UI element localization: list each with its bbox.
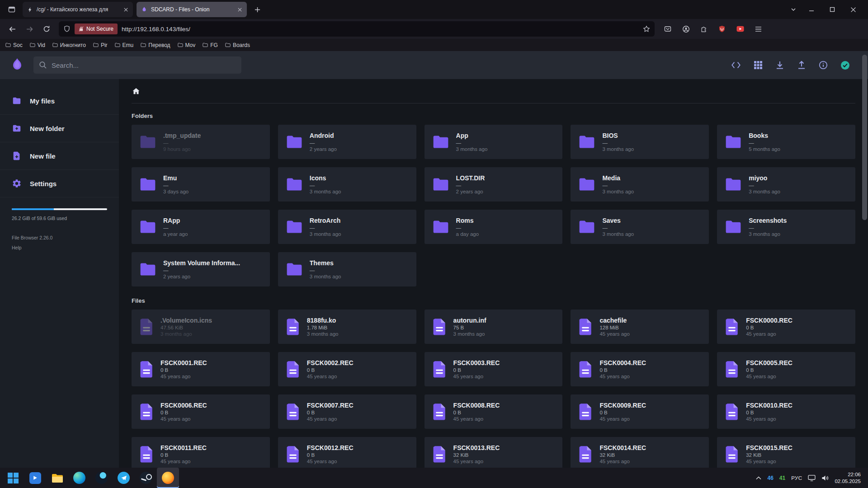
- folder-card[interactable]: .tmp_update — 9 hours ago: [132, 125, 270, 159]
- info-button[interactable]: [819, 61, 828, 70]
- url-text[interactable]: http://192.168.0.143/files/: [122, 26, 639, 33]
- file-card[interactable]: 8188fu.ko 1.78 MiB 3 months ago: [278, 310, 416, 344]
- close-window-button[interactable]: [843, 0, 863, 19]
- reload-button[interactable]: [39, 21, 54, 37]
- folder-card[interactable]: System Volume Informa... — 2 years ago: [132, 252, 270, 286]
- back-button[interactable]: [5, 21, 20, 37]
- taskbar-app-firefox[interactable]: [157, 468, 179, 488]
- menu-button[interactable]: [750, 21, 766, 37]
- code-view-button[interactable]: [731, 61, 741, 69]
- file-card[interactable]: FSCK0000.REC 0 B 45 years ago: [717, 310, 855, 344]
- file-card[interactable]: FSCK0001.REC 0 B 45 years ago: [132, 352, 270, 386]
- page-scrollbar[interactable]: [862, 52, 867, 467]
- upload-button[interactable]: [797, 61, 806, 70]
- bookmark-folder[interactable]: Vid: [30, 41, 45, 50]
- folder-card[interactable]: Emu — 3 days ago: [132, 167, 270, 202]
- folder-card[interactable]: LOST.DIR — 2 years ago: [425, 167, 563, 202]
- file-card[interactable]: .VolumeIcon.icns 47.56 KiB 3 months ago: [132, 310, 270, 344]
- folder-card[interactable]: RetroArch — 3 months ago: [278, 210, 416, 244]
- file-card[interactable]: cachefile 128 MiB 45 years ago: [571, 310, 709, 344]
- taskbar-app-movies-tv[interactable]: [24, 468, 46, 488]
- grid-view-button[interactable]: [754, 61, 763, 70]
- file-card[interactable]: FSCK0002.REC 0 B 45 years ago: [278, 352, 416, 386]
- folder-card[interactable]: App — 3 months ago: [425, 125, 563, 159]
- sidebar-item-my-files[interactable]: My files: [0, 87, 119, 115]
- bookmark-star-icon[interactable]: [643, 25, 650, 33]
- folder-card[interactable]: RApp — a year ago: [132, 210, 270, 244]
- firefox-view-button[interactable]: [5, 2, 19, 17]
- url-bar[interactable]: Not Secure http://192.168.0.143/files/: [59, 21, 655, 37]
- file-card[interactable]: FSCK0004.REC 0 B 45 years ago: [571, 352, 709, 386]
- bookmark-folder[interactable]: Перевод: [141, 41, 170, 50]
- indicator-green[interactable]: 41: [779, 475, 785, 481]
- scrollbar-thumb[interactable]: [862, 55, 867, 220]
- taskbar-app-media[interactable]: [90, 468, 113, 488]
- indicator-blue[interactable]: 46: [767, 475, 773, 481]
- tray-expand-button[interactable]: [756, 476, 761, 480]
- list-all-tabs-button[interactable]: [786, 2, 801, 17]
- file-card[interactable]: FSCK0007.REC 0 B 45 years ago: [278, 394, 416, 429]
- folder-card[interactable]: Themes — 3 months ago: [278, 252, 416, 286]
- file-card[interactable]: FSCK0012.REC 0 B 45 years ago: [278, 437, 416, 468]
- bookmark-folder[interactable]: Pir: [93, 41, 108, 50]
- bookmark-folder[interactable]: Emu: [115, 41, 134, 50]
- bookmark-folder[interactable]: Soc: [5, 41, 23, 50]
- video-extension-button[interactable]: [732, 21, 748, 37]
- file-card[interactable]: FSCK0009.REC 0 B 45 years ago: [571, 394, 709, 429]
- folder-card[interactable]: BIOS — 3 months ago: [571, 125, 709, 159]
- language-indicator[interactable]: РУС: [791, 475, 802, 481]
- tracking-shield-icon[interactable]: [63, 25, 71, 33]
- volume-icon[interactable]: [821, 475, 829, 481]
- folder-card[interactable]: Screenshots — 3 months ago: [717, 210, 855, 244]
- file-card[interactable]: FSCK0010.REC 0 B 45 years ago: [717, 394, 855, 429]
- folder-card[interactable]: Books — 5 months ago: [717, 125, 855, 159]
- file-card[interactable]: FSCK0013.REC 32 KiB 45 years ago: [425, 437, 563, 468]
- file-card[interactable]: FSCK0006.REC 0 B 45 years ago: [132, 394, 270, 429]
- start-button[interactable]: [2, 468, 24, 488]
- pocket-button[interactable]: [660, 21, 675, 37]
- bookmark-folder[interactable]: FG: [203, 41, 218, 50]
- file-card[interactable]: FSCK0003.REC 0 B 45 years ago: [425, 352, 563, 386]
- file-card[interactable]: FSCK0005.REC 0 B 45 years ago: [717, 352, 855, 386]
- search-input[interactable]: [52, 61, 236, 69]
- folder-card[interactable]: Media — 3 months ago: [571, 167, 709, 202]
- account-button[interactable]: [678, 21, 693, 37]
- clock[interactable]: 22:06 02.05.2025: [835, 471, 861, 485]
- folder-card[interactable]: Android — 2 years ago: [278, 125, 416, 159]
- folder-card[interactable]: Icons — 3 months ago: [278, 167, 416, 202]
- ublock-button[interactable]: [714, 21, 730, 37]
- extensions-button[interactable]: [696, 21, 712, 37]
- help-link[interactable]: Help: [12, 243, 107, 253]
- tab-thread[interactable]: /cg/ - Китайского железа для: [23, 2, 133, 17]
- bookmark-folder[interactable]: Инкогнито: [52, 41, 86, 50]
- security-badge[interactable]: Not Secure: [75, 23, 118, 34]
- tab-close-icon[interactable]: [237, 7, 242, 12]
- tab-sdcard[interactable]: SDCARD - Files - Onion: [137, 2, 247, 17]
- home-button[interactable]: [132, 87, 141, 96]
- folder-card[interactable]: Saves — 3 months ago: [571, 210, 709, 244]
- maximize-button[interactable]: [822, 0, 843, 19]
- onion-logo[interactable]: [10, 57, 24, 73]
- bookmark-folder[interactable]: Boards: [225, 41, 250, 50]
- bookmark-folder[interactable]: Mov: [178, 41, 196, 50]
- minimize-button[interactable]: [801, 0, 822, 19]
- taskbar-app-edge[interactable]: [68, 468, 90, 488]
- forward-button[interactable]: [22, 21, 37, 37]
- select-multiple-button[interactable]: [840, 61, 850, 70]
- tab-close-icon[interactable]: [123, 7, 128, 12]
- sidebar-item-new-folder[interactable]: New folder: [0, 115, 119, 142]
- folder-card[interactable]: miyoo — 3 months ago: [717, 167, 855, 202]
- file-card[interactable]: FSCK0015.REC 32 KiB 45 years ago: [717, 437, 855, 468]
- sidebar-item-settings[interactable]: Settings: [0, 170, 119, 197]
- file-card[interactable]: FSCK0011.REC 0 B 45 years ago: [132, 437, 270, 468]
- sidebar-item-new-file[interactable]: New file: [0, 142, 119, 170]
- download-button[interactable]: [775, 61, 784, 70]
- file-card[interactable]: autorun.inf 75 B 3 months ago: [425, 310, 563, 344]
- file-card[interactable]: FSCK0008.REC 0 B 45 years ago: [425, 394, 563, 429]
- folder-card[interactable]: Roms — a day ago: [425, 210, 563, 244]
- search-box[interactable]: [33, 56, 241, 74]
- display-tray-icon[interactable]: [808, 475, 816, 481]
- taskbar-app-steam[interactable]: [135, 468, 157, 488]
- file-card[interactable]: FSCK0014.REC 32 KiB 45 years ago: [571, 437, 709, 468]
- taskbar-app-file-explorer[interactable]: [46, 468, 68, 488]
